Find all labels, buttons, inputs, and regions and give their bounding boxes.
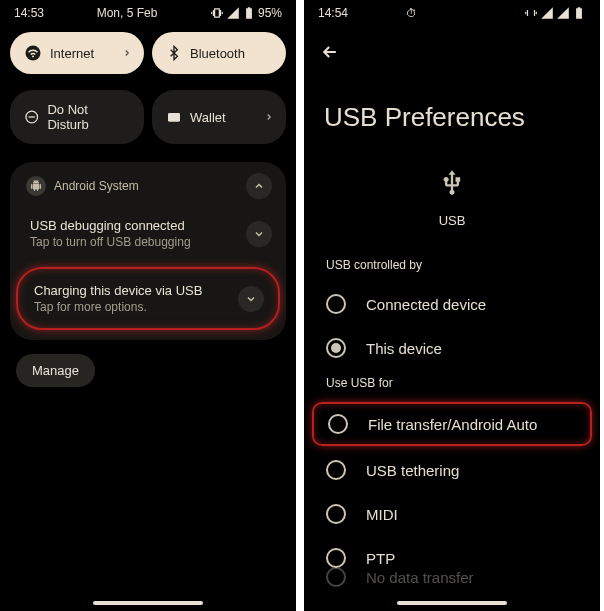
page-title: USB Preferences (304, 72, 600, 169)
app-name: Android System (54, 179, 139, 193)
status-time: 14:53 (14, 6, 44, 20)
radio-icon (326, 294, 346, 314)
chevron-up-icon (253, 180, 265, 192)
radio-icon (326, 460, 346, 480)
expand-button[interactable] (238, 286, 264, 312)
radio-no-data-transfer[interactable]: No data transfer (304, 567, 600, 587)
svg-point-1 (32, 55, 34, 57)
radio-label: PTP (366, 550, 395, 567)
radio-label: This device (366, 340, 442, 357)
status-bar: 14:53 Mon, 5 Feb 95% (0, 0, 296, 24)
status-time: 14:54 (318, 6, 348, 20)
chevron-down-icon (253, 228, 265, 240)
back-button[interactable] (304, 24, 600, 72)
vibrate-icon (210, 6, 224, 20)
chevron-right-icon (264, 112, 274, 122)
usb-icon (438, 169, 466, 197)
radio-label: File transfer/Android Auto (368, 416, 537, 433)
usb-label: USB (304, 209, 600, 252)
right-screenshot: 14:54⏱ USB Preferences USB USB controlle… (304, 0, 600, 611)
notification-header[interactable]: Android System (10, 166, 286, 206)
tile-label: Bluetooth (190, 46, 245, 61)
tile-label: Internet (50, 46, 94, 61)
wallet-icon (166, 109, 182, 125)
status-date: Mon, 5 Feb (97, 6, 158, 20)
left-screenshot: 14:53 Mon, 5 Feb 95% Internet Bluetooth … (0, 0, 296, 611)
alarm-icon: ⏱ (406, 7, 417, 19)
section-label: USB controlled by (304, 252, 600, 282)
radio-this-device[interactable]: This device (304, 326, 600, 370)
section-label: Use USB for (304, 370, 600, 400)
radio-icon (326, 567, 346, 587)
quick-settings-row-2: Do Not Disturb Wallet (0, 82, 296, 152)
notification-group: Android System USB debugging connected T… (10, 162, 286, 340)
manage-button[interactable]: Manage (16, 354, 95, 387)
radio-label: MIDI (366, 506, 398, 523)
expand-button[interactable] (246, 221, 272, 247)
battery-icon (572, 6, 586, 20)
tile-dnd[interactable]: Do Not Disturb (10, 90, 144, 144)
signal-icon (540, 6, 554, 20)
radio-file-transfer-highlighted[interactable]: File transfer/Android Auto (312, 402, 592, 446)
radio-icon (326, 504, 346, 524)
notification-item-highlighted[interactable]: Charging this device via USB Tap for mor… (16, 267, 280, 330)
radio-icon (326, 338, 346, 358)
radio-icon (326, 548, 346, 568)
status-icons: 95% (210, 6, 282, 20)
notification-subtitle: Tap for more options. (34, 300, 262, 314)
chevron-right-icon (122, 48, 132, 58)
chevron-down-icon (245, 293, 257, 305)
nav-pill[interactable] (397, 601, 507, 605)
android-icon (26, 176, 46, 196)
radio-label: USB tethering (366, 462, 459, 479)
notification-title: USB debugging connected (30, 218, 270, 233)
collapse-button[interactable] (246, 173, 272, 199)
status-icons (524, 6, 586, 20)
quick-settings-row-1: Internet Bluetooth (0, 24, 296, 82)
tile-label: Wallet (190, 110, 226, 125)
dnd-icon (24, 109, 39, 125)
nav-pill[interactable] (93, 601, 203, 605)
signal-icon (556, 6, 570, 20)
radio-usb-tethering[interactable]: USB tethering (304, 448, 600, 492)
radio-label: No data transfer (366, 569, 474, 586)
radio-label: Connected device (366, 296, 486, 313)
notification-item[interactable]: USB debugging connected Tap to turn off … (10, 206, 286, 261)
radio-midi[interactable]: MIDI (304, 492, 600, 536)
signal-icon (226, 6, 240, 20)
usb-icon-area (304, 169, 600, 209)
vibrate-icon (524, 6, 538, 20)
tile-internet[interactable]: Internet (10, 32, 144, 74)
tile-label: Do Not Disturb (47, 102, 130, 132)
tile-bluetooth[interactable]: Bluetooth (152, 32, 286, 74)
radio-icon (328, 414, 348, 434)
tile-wallet[interactable]: Wallet (152, 90, 286, 144)
radio-connected-device[interactable]: Connected device (304, 282, 600, 326)
notification-title: Charging this device via USB (34, 283, 262, 298)
battery-percent: 95% (258, 6, 282, 20)
status-bar: 14:54⏱ (304, 0, 600, 24)
manage-label: Manage (32, 363, 79, 378)
wifi-icon (24, 44, 42, 62)
notification-subtitle: Tap to turn off USB debugging (30, 235, 270, 249)
svg-rect-3 (168, 113, 180, 122)
bluetooth-icon (166, 45, 182, 61)
battery-icon (242, 6, 256, 20)
back-arrow-icon (320, 42, 340, 62)
